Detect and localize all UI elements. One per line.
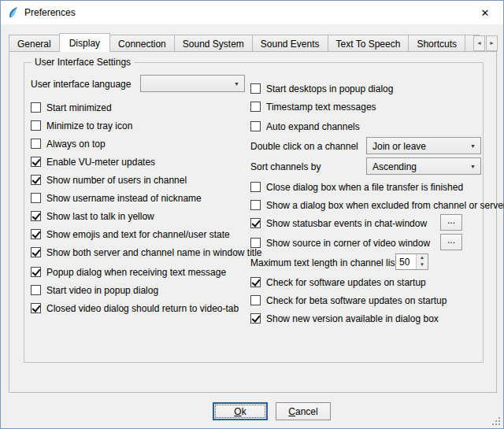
sort-channels-row: Sort channels by Ascending ▼	[250, 158, 482, 174]
checkbox-row-auto-expand-channels[interactable]: Auto expand channels	[250, 118, 360, 134]
tab-label: Shortcuts	[417, 39, 457, 50]
sort-channels-label: Sort channels by	[250, 161, 321, 172]
checkbox[interactable]	[31, 211, 41, 221]
checkbox[interactable]	[250, 182, 261, 192]
checkbox-label: Close dialog box when a file transfer is…	[266, 181, 463, 193]
checkbox-row-show-username[interactable]: Show username instead of nickname	[31, 190, 202, 205]
checkbox-row-beta-updates[interactable]: Check for beta software updates on start…	[250, 292, 447, 308]
double-click-combobox[interactable]: Join or leave ▼	[366, 137, 481, 154]
checkbox-label: Show new version available in dialog box	[266, 313, 439, 324]
checkbox-row-timestamp-messages[interactable]: Timestamp text messages	[250, 98, 376, 114]
checkbox-row-minimize-to-tray[interactable]: Minimize to tray icon	[31, 117, 132, 133]
checkbox-label: Show emojis and text for channel/user st…	[46, 228, 230, 240]
groupbox-title: User Interface Settings	[32, 57, 134, 68]
checkbox-label: Start desktops in popup dialog	[266, 83, 393, 94]
checkbox-row-excluded-dialog[interactable]: Show a dialog box when excluded from cha…	[250, 197, 504, 213]
checkbox-row-start-minimized[interactable]: Start minimized	[31, 99, 112, 115]
groupbox-user-interface-settings: User Interface Settings User interface l…	[24, 62, 484, 363]
resize-grip[interactable]	[491, 416, 501, 426]
checkbox-row-video-source[interactable]: Show source in corner of video window ..…	[250, 235, 482, 250]
tab-connection[interactable]: Connection	[109, 35, 175, 51]
checkbox[interactable]	[31, 139, 41, 149]
checkbox-label: Check for beta software updates on start…	[266, 294, 447, 306]
language-combobox[interactable]: ▼	[140, 75, 245, 92]
close-button[interactable]: ✕	[467, 1, 503, 24]
max-text-label: Maximum text length in channel list	[250, 257, 398, 268]
close-icon: ✕	[481, 7, 490, 19]
checkbox[interactable]	[250, 295, 261, 305]
video-source-more-button[interactable]: ...	[440, 234, 462, 250]
checkbox-label: Timestamp text messages	[266, 101, 376, 113]
checkbox-row-show-emojis[interactable]: Show emojis and text for channel/user st…	[31, 226, 230, 242]
tab-scroll-right-button[interactable]: ►	[486, 35, 498, 51]
ok-button[interactable]: Ok	[213, 402, 268, 420]
checkbox[interactable]	[250, 218, 261, 228]
checkbox[interactable]	[31, 120, 41, 131]
window-title: Preferences	[24, 7, 76, 18]
checkbox[interactable]	[31, 157, 41, 167]
checkbox[interactable]	[31, 285, 41, 295]
checkbox[interactable]	[31, 267, 41, 277]
chevron-down-icon: ▼	[470, 164, 476, 169]
checkbox-row-new-version-dialog[interactable]: Show new version available in dialog box	[250, 310, 439, 326]
tab-page-display: User Interface Settings User interface l…	[9, 51, 497, 393]
max-text-spinner[interactable]: 50 ▲ ▼	[395, 253, 428, 270]
checkbox-row-video-popup[interactable]: Start video in popup dialog	[31, 282, 158, 298]
checkbox[interactable]	[31, 303, 41, 313]
checkbox-row-statusbar-events[interactable]: Show statusbar events in chat-window ...	[250, 215, 482, 231]
max-text-row: Maximum text length in channel list 50 ▲…	[250, 254, 482, 270]
checkbox[interactable]	[250, 102, 261, 112]
chevron-down-icon: ▼	[234, 81, 239, 87]
checkbox-label: Show source in corner of video window	[266, 237, 430, 249]
statusbar-more-button[interactable]: ...	[440, 214, 462, 231]
scroll-left-icon: ◄	[476, 40, 482, 46]
tab-label: Display	[69, 38, 100, 49]
checkbox-row-always-on-top[interactable]: Always on top	[31, 135, 106, 151]
tab-shortcuts[interactable]: Shortcuts	[408, 35, 465, 51]
checkbox[interactable]	[250, 121, 261, 131]
scroll-right-icon: ►	[489, 40, 495, 46]
checkbox-row-popup-text-message[interactable]: Popup dialog when receiving text message	[31, 264, 226, 279]
tab-scroll-left-button[interactable]: ◄	[473, 35, 485, 51]
tab-label: Connection	[118, 39, 166, 50]
checkbox-label: Enable VU-meter updates	[46, 156, 155, 168]
tabbar: General Display Connection Sound System …	[9, 33, 480, 52]
checkbox-row-file-transfer-close[interactable]: Close dialog box when a file transfer is…	[250, 179, 463, 194]
checkbox[interactable]	[31, 175, 41, 185]
checkbox[interactable]	[250, 200, 261, 210]
double-click-label: Double click on a channel	[250, 140, 358, 152]
checkbox-row-show-user-count[interactable]: Show number of users in channel	[31, 172, 187, 187]
checkbox[interactable]	[31, 247, 41, 257]
checkbox-label: Auto expand channels	[266, 120, 360, 132]
checkbox-row-software-updates[interactable]: Check for software updates on startup	[250, 274, 426, 290]
tab-sound-events[interactable]: Sound Events	[252, 35, 328, 51]
checkbox-row-vu-meter-updates[interactable]: Enable VU-meter updates	[31, 153, 155, 169]
tab-general[interactable]: General	[9, 35, 60, 51]
checkbox-row-video-return-tab[interactable]: Closed video dialog should return to vid…	[31, 300, 239, 316]
tab-text-to-speech[interactable]: Text To Speech	[328, 35, 410, 51]
cancel-button[interactable]: Cancel	[276, 402, 331, 420]
checkbox-row-window-title-name[interactable]: Show both server and channel name in win…	[31, 244, 262, 260]
checkbox[interactable]	[31, 229, 41, 239]
tab-label: Sound System	[183, 39, 244, 50]
tab-display[interactable]: Display	[59, 33, 110, 52]
checkbox-label: Minimize to tray icon	[46, 120, 132, 131]
checkbox[interactable]	[31, 193, 41, 203]
checkbox-label: Show username instead of nickname	[46, 192, 202, 204]
checkbox-label: Show number of users in channel	[46, 174, 187, 186]
checkbox[interactable]	[250, 277, 261, 287]
titlebar[interactable]: Preferences ✕	[1, 1, 503, 24]
sort-channels-combobox[interactable]: Ascending ▼	[366, 157, 481, 175]
checkbox-label: Start minimized	[46, 102, 112, 113]
spin-down-icon[interactable]: ▼	[416, 261, 428, 269]
checkbox[interactable]	[250, 83, 261, 94]
checkbox[interactable]	[31, 102, 41, 113]
checkbox-label: Show statusbar events in chat-window	[266, 217, 427, 229]
checkbox-row-last-talk-yellow[interactable]: Show last to talk in yellow	[31, 208, 154, 224]
checkbox[interactable]	[250, 313, 261, 324]
language-label: User interface language	[31, 78, 131, 90]
checkbox[interactable]	[250, 238, 261, 248]
tab-sound-system[interactable]: Sound System	[174, 35, 253, 51]
app-icon	[7, 6, 20, 19]
checkbox-row-desktops-popup[interactable]: Start desktops in popup dialog	[250, 80, 393, 96]
